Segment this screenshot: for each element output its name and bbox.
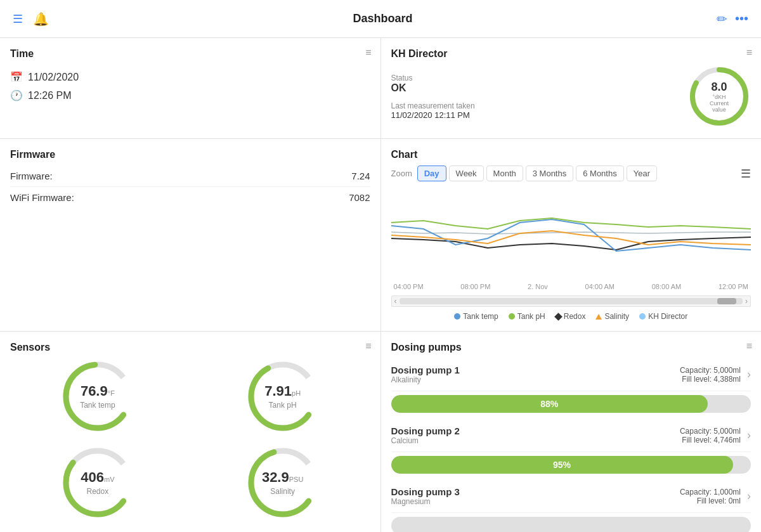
dashboard: Time ≡ 📅 11/02/2020 🕐 12:26 PM Firmware … — [0, 38, 761, 532]
chart-panel: Chart Zoom Day Week Month 3 Months 6 Mon… — [381, 139, 762, 331]
dosing-pump-1-capacity: Capacity: 5,000ml Fill level: 4,388ml — [569, 366, 741, 384]
legend-tank-temp-label: Tank temp — [463, 312, 498, 321]
legend-kh-director: KH Director — [639, 312, 687, 321]
dosing-pump-2-sub: Calcium — [391, 436, 563, 445]
kh-status-value: OK — [391, 82, 688, 94]
firmware-row: Firmware: 7.24 — [10, 165, 370, 187]
menu-icon[interactable]: ☰ — [13, 12, 23, 26]
salinity-unit: PSU — [289, 476, 304, 483]
zoom-day-button[interactable]: Day — [417, 165, 446, 181]
legend-redox-diamond — [554, 313, 563, 321]
firmware-label: Firmware: — [10, 171, 53, 181]
dosing-pumps-menu-icon[interactable]: ≡ — [746, 341, 752, 352]
sensors-panel-menu-icon[interactable]: ≡ — [365, 341, 371, 352]
dosing-pump-1-name: Dosing pump 1 — [391, 365, 563, 375]
tank-temp-name: Tank temp — [80, 401, 115, 410]
chart-scrollbar[interactable]: ‹ › — [391, 295, 751, 307]
kh-measurement-label: Last measurement taken — [391, 101, 688, 110]
x-label-1: 08:00 PM — [460, 283, 490, 290]
zoom-6months-button[interactable]: 6 Months — [576, 165, 623, 181]
kh-gauge-unit: °dKH — [703, 94, 735, 100]
sensor-tank-ph: 7.91pH Tank pH — [195, 358, 370, 434]
edit-icon[interactable]: ✏ — [717, 11, 727, 27]
sensors-panel: Sensors ≡ 76.9°F Tank temp — [0, 332, 380, 532]
legend-redox: Redox — [556, 312, 586, 321]
page-title: Dashboard — [353, 12, 412, 25]
kh-info: Status OK Last measurement taken 11/02/2… — [391, 74, 688, 120]
kh-panel-content: Status OK Last measurement taken 11/02/2… — [391, 65, 751, 128]
dosing-pump-3-arrow[interactable]: › — [747, 490, 751, 503]
firmware-panel: Firmware Firmware: 7.24 WiFi Firmware: 7… — [0, 139, 380, 331]
zoom-year-button[interactable]: Year — [627, 165, 657, 181]
x-label-4: 08:00 AM — [652, 283, 681, 290]
time-panel-menu-icon[interactable]: ≡ — [365, 47, 371, 58]
bell-icon[interactable]: 🔔 — [33, 11, 49, 27]
wifi-firmware-value: 7082 — [349, 192, 370, 203]
scrollbar-right-arrow[interactable]: › — [743, 297, 750, 306]
legend-tank-ph: Tank pH — [509, 312, 545, 321]
legend-tank-ph-dot — [509, 313, 515, 320]
tank-temp-unit: °F — [108, 389, 115, 397]
legend-redox-label: Redox — [564, 312, 586, 321]
dosing-pump-2-fill: 95% — [391, 456, 733, 474]
kh-director-panel: KH Director ≡ Status OK Last measurement… — [381, 38, 762, 138]
zoom-week-button[interactable]: Week — [449, 165, 484, 181]
scrollbar-track[interactable] — [400, 298, 743, 304]
dosing-pump-1-progress: 88% — [391, 395, 751, 413]
scrollbar-left-arrow[interactable]: ‹ — [392, 297, 400, 306]
kh-gauge-value: 8.0 — [703, 81, 735, 94]
dosing-pump-2: Dosing pump 2 Calcium Capacity: 5,000ml … — [391, 419, 751, 452]
legend-salinity-label: Salinity — [604, 312, 629, 321]
zoom-month-button[interactable]: Month — [486, 165, 523, 181]
dosing-pump-2-capacity: Capacity: 5,000ml Fill level: 4,746ml — [569, 427, 741, 444]
legend-salinity: Salinity — [595, 312, 629, 321]
dosing-pump-3-progress — [391, 517, 751, 532]
legend-kh-label: KH Director — [648, 312, 687, 321]
chart-menu-icon[interactable]: ☰ — [741, 167, 751, 181]
clock-icon: 🕐 — [10, 89, 23, 101]
legend-salinity-triangle — [595, 314, 602, 320]
wifi-firmware-label: WiFi Firmware: — [10, 192, 74, 203]
kh-gauge-text: 8.0 °dKH Current value — [703, 81, 735, 113]
scrollbar-thumb[interactable] — [717, 298, 736, 304]
x-label-0: 04:00 PM — [394, 283, 424, 290]
salinity-name: Salinity — [262, 487, 303, 496]
x-label-2: 2. Nov — [528, 283, 548, 290]
kh-status-label: Status — [391, 74, 688, 82]
tank-temp-value: 76.9 — [81, 383, 108, 399]
sensor-tank-temp: 76.9°F Tank temp — [10, 358, 185, 434]
sensors-panel-title: Sensors — [10, 342, 370, 353]
dosing-pump-1-info: Dosing pump 1 Alkalinity — [391, 365, 563, 384]
dosing-pump-3-name: Dosing pump 3 — [391, 486, 563, 497]
calendar-icon: 📅 — [10, 71, 23, 83]
redox-value: 406 — [81, 469, 104, 485]
x-label-3: 04:00 AM — [585, 283, 615, 290]
dosing-pumps-title: Dosing pumps — [391, 342, 751, 353]
legend-tank-temp: Tank temp — [454, 312, 498, 321]
dosing-pump-2-arrow[interactable]: › — [747, 429, 751, 442]
more-options-icon[interactable]: ••• — [735, 11, 748, 26]
legend-tank-ph-label: Tank pH — [517, 312, 545, 321]
x-label-5: 12:00 PM — [719, 283, 748, 290]
time-date: 📅 11/02/2020 — [10, 71, 370, 83]
salinity-value: 32.9 — [262, 469, 289, 485]
kh-panel-menu-icon[interactable]: ≡ — [746, 47, 752, 58]
redox-unit: mV — [104, 476, 115, 483]
header-right: ✏ ••• — [717, 11, 748, 27]
wifi-firmware-row: WiFi Firmware: 7082 — [10, 187, 370, 208]
kh-gauge: 8.0 °dKH Current value — [687, 65, 751, 128]
chart-zoom-controls: Zoom Day Week Month 3 Months 6 Months Ye… — [391, 165, 751, 181]
chart-panel-title: Chart — [391, 149, 751, 160]
dosing-pump-2-name: Dosing pump 2 — [391, 425, 563, 436]
legend-tank-temp-dot — [454, 313, 460, 320]
dosing-pump-3-info: Dosing pump 3 Magnesium — [391, 486, 563, 506]
time-panel: Time ≡ 📅 11/02/2020 🕐 12:26 PM — [0, 38, 380, 138]
dosing-pump-3-capacity: Capacity: 1,000ml Fill level: 0ml — [569, 488, 741, 505]
zoom-3months-button[interactable]: 3 Months — [526, 165, 573, 181]
dosing-pump-1-arrow[interactable]: › — [747, 368, 751, 381]
legend-kh-dot — [639, 313, 646, 320]
kh-measurement-value: 11/02/2020 12:11 PM — [391, 110, 688, 120]
sensors-grid: 76.9°F Tank temp 7.91pH Tank pH — [10, 358, 370, 521]
kh-gauge-label: Current value — [703, 100, 735, 113]
redox-name: Redox — [81, 487, 114, 496]
